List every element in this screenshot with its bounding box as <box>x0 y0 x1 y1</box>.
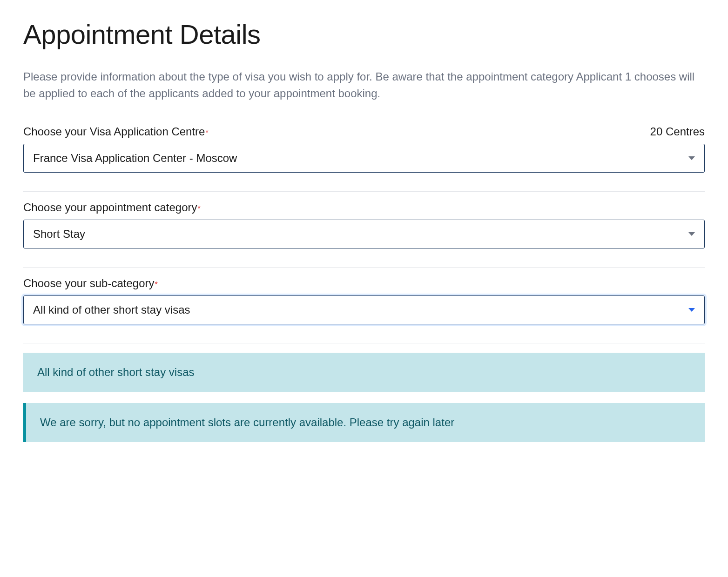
centre-count: 20 Centres <box>650 125 705 138</box>
subcategory-select-wrapper: All kind of other short stay visas <box>23 295 705 324</box>
chevron-down-icon <box>688 232 695 236</box>
chevron-down-icon <box>688 308 695 312</box>
centre-select-value: France Visa Application Center - Moscow <box>33 152 237 165</box>
category-label: Choose your appointment category <box>23 201 197 214</box>
subcategory-label-wrapper: Choose your sub-category* <box>23 277 158 290</box>
centre-label: Choose your Visa Application Centre <box>23 125 205 138</box>
subcategory-select[interactable]: All kind of other short stay visas <box>23 295 705 324</box>
category-select[interactable]: Short Stay <box>23 220 705 248</box>
subcategory-form-group: Choose your sub-category* All kind of ot… <box>23 277 705 343</box>
centre-select-wrapper: France Visa Application Center - Moscow <box>23 144 705 173</box>
category-label-wrapper: Choose your appointment category* <box>23 201 201 214</box>
category-select-wrapper: Short Stay <box>23 220 705 248</box>
page-title: Appointment Details <box>23 19 705 50</box>
centre-label-wrapper: Choose your Visa Application Centre* <box>23 125 209 138</box>
centre-select[interactable]: France Visa Application Center - Moscow <box>23 144 705 173</box>
required-marker: * <box>155 281 157 288</box>
intro-text: Please provide information about the typ… <box>23 68 698 102</box>
category-select-value: Short Stay <box>33 228 85 241</box>
centre-label-row: Choose your Visa Application Centre* 20 … <box>23 125 705 138</box>
subcategory-label-row: Choose your sub-category* <box>23 277 705 290</box>
subcategory-select-value: All kind of other short stay visas <box>33 303 190 316</box>
subcategory-info-banner: All kind of other short stay visas <box>23 353 705 392</box>
category-label-row: Choose your appointment category* <box>23 201 705 214</box>
category-form-group: Choose your appointment category* Short … <box>23 201 705 268</box>
centre-form-group: Choose your Visa Application Centre* 20 … <box>23 125 705 192</box>
required-marker: * <box>205 129 208 137</box>
required-marker: * <box>198 205 201 213</box>
no-slots-alert: We are sorry, but no appointment slots a… <box>23 403 705 442</box>
subcategory-label: Choose your sub-category <box>23 277 154 289</box>
chevron-down-icon <box>688 156 695 160</box>
